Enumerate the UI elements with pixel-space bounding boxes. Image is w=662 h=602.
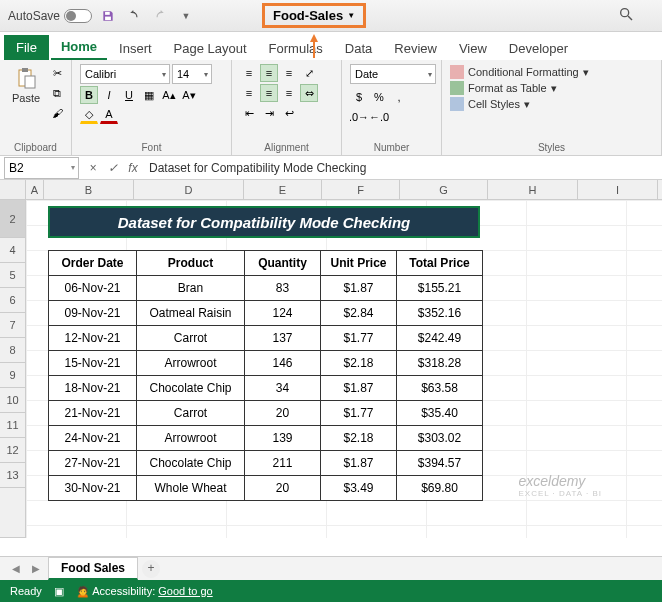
align-middle-icon[interactable]: ≡ (260, 64, 278, 82)
orientation-icon[interactable]: ⤢ (300, 64, 318, 82)
name-box[interactable]: B2 (4, 157, 79, 179)
redo-icon[interactable] (150, 6, 170, 26)
col-header[interactable]: D (134, 180, 244, 199)
cut-icon[interactable]: ✂ (48, 64, 66, 82)
paste-button[interactable]: Paste (8, 64, 44, 106)
table-cell[interactable]: $1.87 (321, 451, 397, 476)
align-bottom-icon[interactable]: ≡ (280, 64, 298, 82)
autosave-toggle[interactable]: AutoSave (8, 9, 92, 23)
accessibility-status[interactable]: 🙍 Accessibility: Good to go (76, 585, 213, 598)
row-header[interactable]: 9 (0, 363, 26, 388)
merged-title-cell[interactable]: Dataset for Compatibility Mode Checking (48, 206, 480, 238)
cancel-formula-icon[interactable]: × (83, 161, 103, 175)
table-cell[interactable]: 34 (245, 376, 321, 401)
status-record-icon[interactable]: ▣ (54, 585, 64, 598)
table-cell[interactable]: $155.21 (397, 276, 483, 301)
save-icon[interactable] (98, 6, 118, 26)
border-button[interactable]: ▦ (140, 86, 158, 104)
cells-area[interactable]: Dataset for Compatibility Mode Checking … (26, 200, 662, 538)
table-cell[interactable]: Oatmeal Raisin (137, 301, 245, 326)
table-header[interactable]: Quantity (245, 251, 321, 276)
table-cell[interactable]: $35.40 (397, 401, 483, 426)
fill-color-button[interactable]: ◇ (80, 106, 98, 124)
qat-dropdown-icon[interactable]: ▼ (176, 6, 196, 26)
col-header[interactable]: I (578, 180, 658, 199)
row-header[interactable]: 5 (0, 263, 26, 288)
increase-font-icon[interactable]: A▴ (160, 86, 178, 104)
search-icon[interactable] (618, 6, 654, 25)
row-header[interactable]: 12 (0, 438, 26, 463)
table-cell[interactable]: Arrowroot (137, 351, 245, 376)
row-header[interactable]: 10 (0, 388, 26, 413)
table-cell[interactable]: 06-Nov-21 (49, 276, 137, 301)
table-cell[interactable]: $69.80 (397, 476, 483, 501)
table-cell[interactable]: Chocolate Chip (137, 451, 245, 476)
tab-data[interactable]: Data (335, 37, 382, 60)
col-header[interactable]: B (44, 180, 134, 199)
table-cell[interactable]: $242.49 (397, 326, 483, 351)
underline-button[interactable]: U (120, 86, 138, 104)
table-header[interactable]: Total Price (397, 251, 483, 276)
table-cell[interactable]: 20 (245, 401, 321, 426)
increase-indent-icon[interactable]: ⇥ (260, 104, 278, 122)
format-painter-icon[interactable]: 🖌 (48, 104, 66, 122)
table-cell[interactable]: 15-Nov-21 (49, 351, 137, 376)
tab-home[interactable]: Home (51, 35, 107, 60)
tab-review[interactable]: Review (384, 37, 447, 60)
accept-formula-icon[interactable]: ✓ (103, 161, 123, 175)
formula-input[interactable]: Dataset for Compatibility Mode Checking (143, 161, 662, 175)
col-header[interactable]: F (322, 180, 400, 199)
table-cell[interactable]: $3.49 (321, 476, 397, 501)
table-cell[interactable]: $1.77 (321, 401, 397, 426)
table-header[interactable]: Product (137, 251, 245, 276)
table-cell[interactable]: 09-Nov-21 (49, 301, 137, 326)
row-header[interactable]: 13 (0, 463, 26, 488)
number-format-combo[interactable]: Date (350, 64, 436, 84)
align-center-icon[interactable]: ≡ (260, 84, 278, 102)
tab-developer[interactable]: Developer (499, 37, 578, 60)
align-top-icon[interactable]: ≡ (240, 64, 258, 82)
table-cell[interactable]: 24-Nov-21 (49, 426, 137, 451)
table-cell[interactable]: Chocolate Chip (137, 376, 245, 401)
add-sheet-button[interactable]: + (142, 560, 160, 578)
spreadsheet-grid[interactable]: A B D E F G H I 2 4 5 6 7 8 9 10 11 12 1… (0, 180, 662, 560)
align-right-icon[interactable]: ≡ (280, 84, 298, 102)
col-header[interactable]: A (26, 180, 44, 199)
row-header[interactable]: 11 (0, 413, 26, 438)
cell-styles-button[interactable]: Cell Styles ▾ (450, 96, 653, 112)
format-as-table-button[interactable]: Format as Table ▾ (450, 80, 653, 96)
table-cell[interactable]: $318.28 (397, 351, 483, 376)
col-header[interactable]: E (244, 180, 322, 199)
increase-decimal-icon[interactable]: .0→ (350, 108, 368, 126)
row-header[interactable]: 2 (0, 200, 26, 238)
sheet-tab-food-sales[interactable]: Food Sales (48, 557, 138, 580)
table-cell[interactable]: 21-Nov-21 (49, 401, 137, 426)
bold-button[interactable]: B (80, 86, 98, 104)
table-cell[interactable]: 20 (245, 476, 321, 501)
tab-insert[interactable]: Insert (109, 37, 162, 60)
table-cell[interactable]: Bran (137, 276, 245, 301)
table-cell[interactable]: $63.58 (397, 376, 483, 401)
table-cell[interactable]: $394.57 (397, 451, 483, 476)
table-cell[interactable]: 18-Nov-21 (49, 376, 137, 401)
table-cell[interactable]: $1.77 (321, 326, 397, 351)
table-cell[interactable]: 211 (245, 451, 321, 476)
row-header[interactable]: 6 (0, 288, 26, 313)
comma-icon[interactable]: , (390, 88, 408, 106)
table-header[interactable]: Unit Price (321, 251, 397, 276)
font-color-button[interactable]: A (100, 106, 118, 124)
table-cell[interactable]: $2.84 (321, 301, 397, 326)
table-cell[interactable]: Arrowroot (137, 426, 245, 451)
decrease-decimal-icon[interactable]: ←.0 (370, 108, 388, 126)
table-cell[interactable]: 83 (245, 276, 321, 301)
table-cell[interactable]: 137 (245, 326, 321, 351)
sheet-nav-prev-icon[interactable]: ◀ (8, 563, 24, 574)
sheet-nav-next-icon[interactable]: ▶ (28, 563, 44, 574)
font-size-combo[interactable]: 14 (172, 64, 212, 84)
wrap-text-icon[interactable]: ↩ (280, 104, 298, 122)
table-cell[interactable]: $352.16 (397, 301, 483, 326)
tab-page-layout[interactable]: Page Layout (164, 37, 257, 60)
undo-icon[interactable] (124, 6, 144, 26)
font-name-combo[interactable]: Calibri (80, 64, 170, 84)
table-cell[interactable]: 139 (245, 426, 321, 451)
